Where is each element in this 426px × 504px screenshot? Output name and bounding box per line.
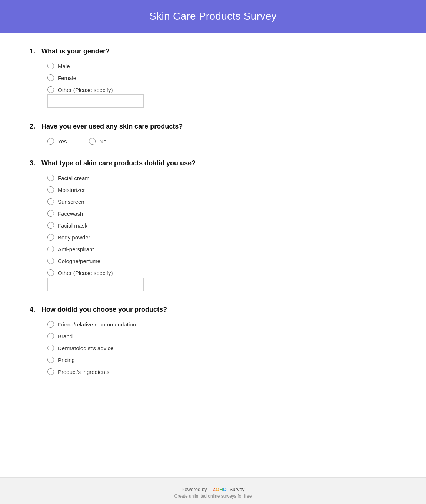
gender-male-radio[interactable] — [47, 63, 54, 69]
zoho-logo: ZOHO — [213, 487, 227, 492]
list-item: Moisturizer — [47, 186, 396, 193]
gender-female-radio[interactable] — [47, 74, 54, 81]
survey-title: Skin Care Products Survey — [0, 10, 426, 22]
gender-male-label[interactable]: Male — [58, 63, 70, 69]
question-1-number: 1. — [30, 47, 41, 55]
zoho-z: Z — [213, 487, 216, 492]
survey-footer: Powered by ZOHO Survey Create unlimited … — [0, 477, 426, 504]
question-2-inline-options: Yes No — [47, 138, 396, 145]
product-facewash-label[interactable]: Facewash — [58, 210, 83, 217]
zoho-h: H — [219, 487, 223, 492]
skincare-no-radio[interactable] — [89, 138, 96, 145]
product-body-powder-label[interactable]: Body powder — [58, 234, 90, 241]
question-3-number: 3. — [30, 159, 41, 167]
choose-friend-label[interactable]: Friend/relative recommendation — [58, 321, 136, 328]
list-item: Other (Please specify) — [47, 86, 396, 93]
product-sunscreen-radio[interactable] — [47, 198, 54, 205]
footer-sub-text: Create unlimited online surveys for free — [0, 494, 426, 499]
list-item: Male — [47, 63, 396, 69]
question-3-options: Facial cream Moisturizer Sunscreen Facew… — [47, 175, 396, 276]
list-item: No — [89, 138, 106, 145]
gender-female-label[interactable]: Female — [58, 75, 76, 81]
question-4-text: How do/did you choose your products? — [41, 306, 167, 314]
question-4-number: 4. — [30, 306, 41, 314]
product-antiperspirant-label[interactable]: Anti-perspirant — [58, 246, 94, 252]
question-2-number: 2. — [30, 123, 41, 130]
skincare-no-label[interactable]: No — [99, 138, 106, 145]
product-facewash-radio[interactable] — [47, 210, 54, 217]
survey-header: Skin Care Products Survey — [0, 0, 426, 33]
list-item: Facial cream — [47, 175, 396, 181]
gender-other-radio[interactable] — [47, 86, 54, 93]
list-item: Pricing — [47, 357, 396, 363]
skincare-yes-radio[interactable] — [47, 138, 54, 145]
product-cologne-radio[interactable] — [47, 258, 54, 264]
list-item: Female — [47, 74, 396, 81]
product-other-label[interactable]: Other (Please specify) — [58, 270, 113, 276]
zoho-o: O — [216, 487, 219, 492]
footer-survey-label: Survey — [230, 487, 244, 492]
question-3-text: What type of skin care products do/did y… — [41, 159, 196, 167]
choose-brand-label[interactable]: Brand — [58, 333, 73, 339]
choose-ingredients-radio[interactable] — [47, 368, 54, 375]
question-2-label: 2. Have you ever used any skin care prod… — [30, 123, 396, 130]
zoho-o2: O — [223, 487, 227, 492]
product-antiperspirant-radio[interactable] — [47, 246, 54, 252]
product-facial-mask-radio[interactable] — [47, 222, 54, 229]
question-2-text: Have you ever used any skin care product… — [41, 123, 183, 130]
list-item: Other (Please specify) — [47, 269, 396, 276]
choose-friend-radio[interactable] — [47, 321, 54, 328]
gender-other-label[interactable]: Other (Please specify) — [58, 87, 113, 93]
list-item: Sunscreen — [47, 198, 396, 205]
list-item: Friend/relative recommendation — [47, 321, 396, 328]
question-4-label: 4. How do/did you choose your products? — [30, 306, 396, 314]
question-4: 4. How do/did you choose your products? … — [30, 306, 396, 375]
product-facial-cream-radio[interactable] — [47, 175, 54, 181]
skincare-yes-label[interactable]: Yes — [58, 138, 67, 145]
question-1-label: 1. What is your gender? — [30, 47, 396, 55]
product-other-input[interactable] — [47, 278, 144, 291]
list-item: Facial mask — [47, 222, 396, 229]
product-facial-cream-label[interactable]: Facial cream — [58, 175, 90, 181]
list-item: Dermatologist's advice — [47, 345, 396, 351]
question-2-options: Yes No — [47, 138, 396, 145]
choose-dermatologist-radio[interactable] — [47, 345, 54, 351]
product-moisturizer-label[interactable]: Moisturizer — [58, 187, 85, 193]
choose-dermatologist-label[interactable]: Dermatologist's advice — [58, 345, 113, 351]
list-item: Body powder — [47, 234, 396, 241]
footer-powered-by: Powered by ZOHO Survey — [0, 487, 426, 492]
survey-body: 1. What is your gender? Male Female Othe… — [0, 33, 426, 477]
question-1-text: What is your gender? — [41, 47, 110, 55]
product-facial-mask-label[interactable]: Facial mask — [58, 222, 87, 229]
choose-pricing-label[interactable]: Pricing — [58, 357, 75, 363]
question-3-label: 3. What type of skin care products do/di… — [30, 159, 396, 167]
choose-pricing-radio[interactable] — [47, 357, 54, 363]
choose-brand-radio[interactable] — [47, 333, 54, 339]
question-2: 2. Have you ever used any skin care prod… — [30, 123, 396, 145]
question-1: 1. What is your gender? Male Female Othe… — [30, 47, 396, 108]
question-3: 3. What type of skin care products do/di… — [30, 159, 396, 291]
list-item: Facewash — [47, 210, 396, 217]
list-item: Product's ingredients — [47, 368, 396, 375]
list-item: Brand — [47, 333, 396, 339]
gender-other-input[interactable] — [47, 94, 144, 108]
product-cologne-label[interactable]: Cologne/perfume — [58, 258, 100, 264]
question-1-options: Male Female Other (Please specify) — [47, 63, 396, 93]
powered-by-text: Powered by — [182, 487, 207, 492]
product-moisturizer-radio[interactable] — [47, 186, 54, 193]
product-sunscreen-label[interactable]: Sunscreen — [58, 199, 84, 205]
product-other-radio[interactable] — [47, 269, 54, 276]
question-4-options: Friend/relative recommendation Brand Der… — [47, 321, 396, 375]
list-item: Cologne/perfume — [47, 258, 396, 264]
choose-ingredients-label[interactable]: Product's ingredients — [58, 369, 110, 375]
list-item: Yes — [47, 138, 67, 145]
list-item: Anti-perspirant — [47, 246, 396, 252]
product-body-powder-radio[interactable] — [47, 234, 54, 241]
